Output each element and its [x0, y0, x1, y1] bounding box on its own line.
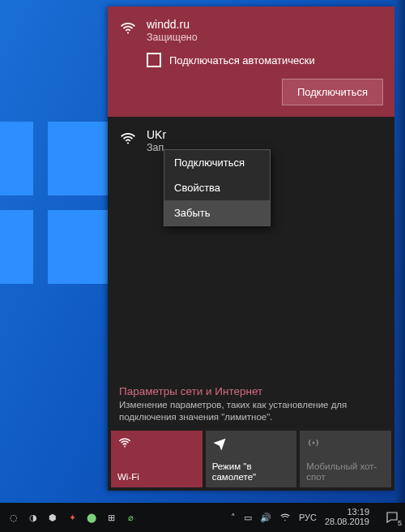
connect-button[interactable]: Подключиться [282, 79, 383, 105]
ssid-label: windd.ru [147, 18, 198, 31]
security-icon[interactable]: ▭ [244, 513, 252, 523]
steam-icon[interactable]: ◑ [28, 512, 39, 523]
auto-connect-checkbox[interactable] [147, 53, 161, 67]
ssid-label: UKr [147, 128, 166, 141]
tray-icon[interactable]: ⊞ [105, 512, 117, 523]
action-center-icon[interactable]: 5 [384, 509, 400, 526]
tray-icon[interactable]: ⬤ [86, 512, 97, 523]
volume-icon[interactable]: 🔊 [260, 513, 271, 523]
svg-point-2 [124, 446, 126, 448]
hotspot-icon [306, 435, 385, 450]
system-tray: ˄ ▭ 🔊 РУС 13:19 28.08.2019 5 [231, 508, 405, 526]
network-status: Защищено [147, 32, 198, 43]
tile-label: Мобильный хот-спот [306, 461, 385, 483]
wifi-icon [117, 435, 196, 450]
tray-icon[interactable]: ◌ [8, 512, 19, 523]
tray-icon[interactable]: ✦ [66, 512, 78, 523]
svg-point-1 [127, 142, 129, 144]
tile-hotspot[interactable]: Мобильный хот-спот [300, 431, 391, 487]
ctx-connect[interactable]: Подключиться [164, 150, 270, 175]
tray-icon[interactable]: ⌀ [125, 512, 136, 523]
auto-connect-label: Подключаться автоматически [169, 54, 315, 66]
taskbar-left: ◌ ◑ ⬢ ✦ ⬤ ⊞ ⌀ [0, 512, 136, 523]
ctx-properties[interactable]: Свойства [164, 175, 270, 200]
tile-wifi[interactable]: Wi-Fi [111, 431, 202, 487]
notif-count: 5 [398, 519, 402, 527]
network-item[interactable]: UKr Зап [108, 117, 394, 153]
svg-point-4 [284, 520, 285, 521]
network-tray-icon[interactable] [279, 512, 291, 523]
selected-network-panel[interactable]: windd.ru Защищено Подключаться автоматич… [108, 6, 394, 117]
clock-date: 28.08.2019 [325, 517, 369, 527]
airplane-icon [212, 435, 291, 450]
chevron-up-icon[interactable]: ˄ [231, 513, 236, 523]
tile-label: Режим "в самолете" [212, 461, 291, 483]
svg-point-0 [127, 32, 129, 33]
wifi-icon [119, 19, 137, 37]
wifi-icon [119, 130, 137, 148]
taskbar: ◌ ◑ ⬢ ✦ ⬤ ⊞ ⌀ ˄ ▭ 🔊 РУС 13:19 28.08.2019… [0, 503, 405, 532]
desktop: windd.ru Защищено Подключаться автоматич… [0, 0, 405, 532]
context-menu: Подключиться Свойства Забыть [164, 149, 271, 226]
network-settings-link[interactable]: Параметры сети и Интернет Изменение пара… [108, 377, 394, 431]
auto-connect-row[interactable]: Подключаться автоматически [147, 53, 383, 67]
edge-shadow [394, 0, 405, 503]
tile-airplane[interactable]: Режим "в самолете" [206, 431, 297, 487]
ctx-forget[interactable]: Забыть [164, 200, 270, 225]
network-flyout: windd.ru Защищено Подключаться автоматич… [108, 6, 394, 491]
tray-icon[interactable]: ⬢ [47, 512, 58, 523]
clock[interactable]: 13:19 28.08.2019 [325, 508, 369, 526]
svg-point-3 [313, 442, 315, 444]
settings-desc: Изменение параметров, таких как установл… [119, 399, 383, 424]
language-indicator[interactable]: РУС [299, 513, 317, 522]
quick-tiles: Wi-Fi Режим "в самолете" Мобильный хот-с… [108, 431, 394, 491]
tile-label: Wi-Fi [117, 472, 196, 483]
windows-logo-bg [0, 122, 122, 284]
settings-title: Параметры сети и Интернет [119, 385, 383, 397]
